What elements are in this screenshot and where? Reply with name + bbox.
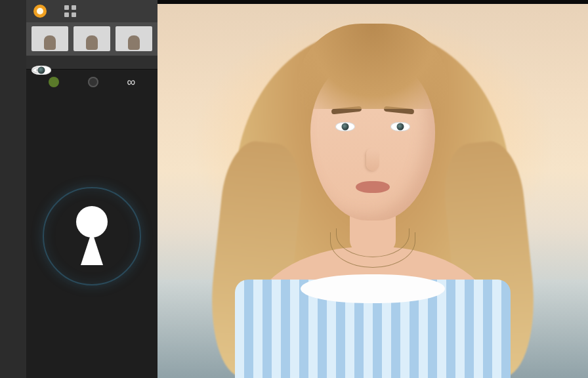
preset-label-row — [26, 55, 158, 70]
masks-tab[interactable] — [63, 4, 77, 18]
mode-loop[interactable]: ∞ — [127, 75, 135, 89]
locked-panel — [26, 94, 158, 378]
grid-icon — [64, 5, 77, 18]
sidebar: ∞ — [26, 0, 158, 378]
svg-point-6 — [36, 69, 39, 72]
svg-rect-4 — [64, 12, 69, 17]
presets-tab[interactable] — [33, 4, 47, 18]
keyhole-icon — [69, 202, 115, 270]
preset-thumb-3[interactable] — [116, 26, 152, 51]
svg-rect-3 — [72, 5, 76, 10]
circle-icon — [33, 4, 47, 18]
portrait-photo — [189, 0, 556, 378]
app-root: ∞ — [0, 0, 588, 378]
canvas[interactable] — [158, 0, 588, 378]
loop-icon: ∞ — [127, 75, 135, 89]
progress-ring — [43, 187, 141, 285]
left-rail — [0, 0, 26, 378]
svg-rect-2 — [64, 5, 69, 10]
visibility-icon[interactable] — [32, 66, 51, 75]
preset-thumb-1[interactable] — [32, 26, 68, 51]
mode-dark[interactable] — [88, 77, 98, 87]
svg-rect-5 — [72, 12, 76, 17]
mode-green[interactable] — [49, 77, 59, 87]
preset-thumb-2[interactable] — [74, 26, 110, 51]
preset-thumbnails — [26, 22, 158, 55]
sidebar-tabs — [26, 0, 158, 22]
svg-point-7 — [76, 206, 108, 238]
svg-point-1 — [37, 8, 43, 14]
